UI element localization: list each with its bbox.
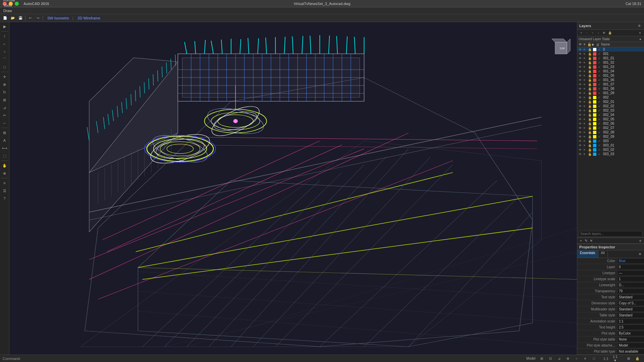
tab-essentials[interactable]: Essentials: [577, 250, 598, 258]
properties-tool[interactable]: ☰: [1, 187, 9, 194]
line-tool[interactable]: /: [1, 33, 9, 40]
open-button[interactable]: 📂: [9, 15, 16, 21]
layer-color-swatch[interactable]: [593, 118, 596, 121]
layer-row[interactable]: 👁 ☀ 🔓 ✓ 001_08: [577, 86, 644, 91]
tab-all[interactable]: All: [598, 250, 608, 258]
layer-freeze-btn[interactable]: ❄: [601, 31, 607, 35]
layer-color-swatch[interactable]: [593, 96, 596, 99]
layer-row[interactable]: 👁 ☀ 🔓 ✓ 001: [577, 52, 644, 56]
layer-row[interactable]: 👁 ☀ 🔓 ✓ 001_01: [577, 56, 644, 60]
save-button[interactable]: 💾: [17, 15, 24, 21]
layer-color-swatch[interactable]: [593, 100, 596, 104]
layer-color-swatch[interactable]: [593, 48, 596, 51]
text-tool[interactable]: A: [1, 137, 9, 144]
props-row-value[interactable]: 2.5: [617, 325, 644, 329]
cad-viewport[interactable]: SW Isometric | 2D Wireframe: [9, 22, 577, 355]
props-settings-btn[interactable]: ⚙: [636, 250, 644, 258]
menu-item-tools[interactable]: Tools: [1, 3, 23, 8]
layer-row[interactable]: 👁 ☀ 🔓 ✓ 001_05: [577, 73, 644, 78]
layer-row[interactable]: 👁 ☀ 🔓 ✓ 002_06: [577, 121, 644, 126]
layer-row[interactable]: 👁 ☀ 🔓 ✓ 001_02: [577, 60, 644, 65]
redo-button[interactable]: ↪: [34, 15, 42, 21]
ortho-toggle[interactable]: ⊿: [555, 355, 563, 362]
props-row-value[interactable]: ByColor: [617, 331, 644, 336]
layer-row[interactable]: 👁 ☀ 🔓 ✓ 001_07: [577, 82, 644, 86]
layer-color-swatch[interactable]: [593, 153, 596, 156]
props-row-value[interactable]: 79: [617, 289, 644, 293]
snap-toggle[interactable]: ⊡: [546, 355, 554, 362]
props-row-value[interactable]: —: [617, 271, 644, 275]
copy-tool[interactable]: ⊕: [1, 81, 9, 88]
layer-row[interactable]: 👁 ☀ 🔓 ✓ 002_07: [577, 126, 644, 130]
layer-row[interactable]: 👁 ☀ 🔓 ✓ 002: [577, 95, 644, 100]
layer-row[interactable]: 👁 ☀ 🔓 ✓ 002_03: [577, 108, 644, 113]
extend-tool[interactable]: ↔: [1, 119, 9, 127]
mirror-tool[interactable]: ⊿: [1, 104, 9, 111]
layer-color-swatch[interactable]: [593, 78, 596, 82]
layers-list[interactable]: 👁 ☀ 🔓 ✓ 0 👁 ☀ 🔓 ✓ 001 👁 ☀ 🔓 ✓ 001_01 👁 ☀…: [577, 47, 644, 230]
layer-row[interactable]: 👁 ☀ 🔓 ✓ 003_01: [577, 143, 644, 147]
hatch-tool[interactable]: ⊞: [1, 129, 9, 136]
layer-add-icon[interactable]: +: [579, 239, 583, 243]
props-row-value[interactable]: None: [617, 337, 644, 342]
layer-row[interactable]: 👁 ☀ 🔓 ✓ 003_02: [577, 147, 644, 152]
select-tool[interactable]: ▶: [1, 23, 9, 30]
layer-up-btn[interactable]: ↑: [590, 31, 595, 35]
osnap-toggle[interactable]: ○: [573, 355, 581, 362]
layer-search-input[interactable]: [579, 231, 643, 237]
layer-color-swatch[interactable]: [593, 70, 596, 73]
layer-tool[interactable]: ≡: [1, 179, 9, 187]
layer-color-swatch[interactable]: [593, 144, 596, 147]
polar-toggle[interactable]: ⊕: [564, 355, 572, 362]
layer-color-swatch[interactable]: [593, 92, 596, 95]
layer-row[interactable]: 👁 ☀ 🔓 ✓ 001_06: [577, 78, 644, 82]
layer-color-swatch[interactable]: [593, 105, 596, 108]
layer-down-btn[interactable]: ↓: [596, 31, 601, 35]
props-row-value[interactable]: Standard: [617, 295, 644, 299]
layer-row[interactable]: 👁 ☀ 🔓 ✓ 003_03: [577, 152, 644, 156]
layer-row[interactable]: 👁 ☀ 🔓 ✓ 002_09: [577, 134, 644, 139]
layer-row[interactable]: 👁 ☀ 🔓 ✓ 002_04: [577, 113, 644, 117]
props-row-value[interactable]: 1:1: [617, 319, 644, 323]
new-button[interactable]: 📄: [1, 15, 9, 21]
props-row-value[interactable]: 1: [617, 277, 644, 281]
props-row-value[interactable]: Standard: [617, 307, 644, 311]
props-row-value[interactable]: D...: [617, 283, 644, 287]
zoom-tool[interactable]: ⊕: [1, 170, 9, 177]
view-label-wireframe[interactable]: 2D Wireframe: [75, 16, 102, 20]
layer-row[interactable]: 👁 ☀ 🔓 ✓ 002_08: [577, 130, 644, 134]
props-row-value[interactable]: Model: [617, 343, 644, 348]
layer-new-btn[interactable]: +: [579, 31, 584, 35]
layer-color-swatch[interactable]: [593, 83, 596, 86]
layer-row[interactable]: 👁 ☀ 🔓 ✓ 001_03: [577, 65, 644, 69]
rectangle-tool[interactable]: □: [1, 63, 9, 71]
menu-item-draw[interactable]: Draw: [1, 8, 23, 13]
layer-color-swatch[interactable]: [593, 61, 596, 64]
circle-tool[interactable]: ○: [1, 48, 9, 55]
layer-color-swatch[interactable]: [593, 139, 596, 143]
menu-item-format[interactable]: Format: [1, 0, 23, 3]
trim-tool[interactable]: ✂: [1, 112, 9, 119]
props-row-value[interactable]: 0: [617, 265, 644, 269]
layer-options-btn[interactable]: ≡: [637, 31, 643, 35]
workspace-btn[interactable]: ⊞: [625, 355, 633, 362]
lineweight-toggle[interactable]: ≡: [581, 355, 589, 362]
layer-row[interactable]: 👁 ☀ 🔓 ✓ 002_02: [577, 104, 644, 108]
layer-delete-btn[interactable]: -: [584, 31, 590, 35]
props-row-value[interactable]: Copy of S...: [617, 301, 644, 305]
layer-row[interactable]: 👁 ☀ 🔓 ✓ 002_05: [577, 117, 644, 121]
layer-row[interactable]: 👁 ☀ 🔓 ✓ 001_04: [577, 69, 644, 73]
layer-row[interactable]: 👁 ☀ 🔓 ✓ 001_09: [577, 91, 644, 95]
arc-tool[interactable]: ⌒: [1, 56, 9, 63]
annotation-scale-btn[interactable]: 1:1 ▼: [611, 355, 619, 362]
view-label-isometric[interactable]: SW Isometric: [45, 16, 71, 20]
grid-toggle[interactable]: ⊞: [538, 355, 546, 362]
layer-color-swatch[interactable]: [593, 109, 596, 112]
tspace-toggle[interactable]: □: [590, 355, 598, 362]
layer-color-swatch[interactable]: [593, 148, 596, 152]
hide-layer-list-btn[interactable]: ▲: [638, 37, 643, 41]
move-tool[interactable]: ✛: [1, 73, 9, 80]
pan-tool[interactable]: ✋: [1, 162, 9, 169]
props-row-value[interactable]: Standard: [617, 313, 644, 317]
layer-color-swatch[interactable]: [593, 87, 596, 90]
